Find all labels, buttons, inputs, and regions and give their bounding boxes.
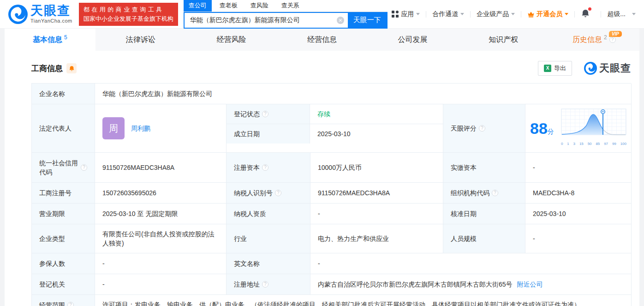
score-axis-ticks: 0131550859799100 [561,139,626,149]
watermark-logo: 天眼查 [584,61,631,75]
field-value-staff-size: - [525,224,632,253]
export-button[interactable]: X 导出 [538,61,572,76]
menu-vip-label: 开通会员 [537,10,562,18]
chevron-down-icon [632,13,636,15]
tab-basic-info-badge: 5 [64,34,67,41]
tab-history-info-label: 历史信息 [572,35,602,45]
tab-intellectual-property-label: 知识产权 [489,35,518,45]
field-value-reg-authority: - [95,274,227,295]
field-value-approval-date: 2025-03-10 [525,204,632,224]
menu-separator [470,11,471,18]
field-label-reg-authority: 登记机关 [32,274,95,295]
field-value-uscc: 91150726MAEDC3HA8A [95,153,227,183]
menu-apps[interactable]: 应用 [392,10,420,18]
tab-intellectual-property[interactable]: 知识产权 [458,29,549,51]
field-label-est-date: 成立日期 [227,124,310,144]
tab-legal-litigation-label: 法律诉讼 [126,35,155,45]
field-label-business-scope: 经营范围? [32,295,95,306]
page-body: 基本信息 5 法律诉讼 经营风险 经营信息 公司发展 知识产权 VIP 历史信息… [5,29,639,306]
search-tab-relation[interactable]: 查关系 [276,0,304,12]
score-distribution-chart: 0131550859799100 [561,108,626,149]
menu-separator [601,11,601,18]
menu-cooperation[interactable]: 合作通道 [432,10,464,18]
tab-legal-litigation[interactable]: 法律诉讼 [95,29,186,51]
search-button[interactable]: 天眼一下 [348,13,387,28]
help-icon[interactable]: ? [479,125,485,132]
field-value-business-term: 2025-03-10 至 无固定期限 [95,204,227,224]
tab-operation-info[interactable]: 经营信息 [277,29,368,51]
field-label-tianyan-score: 天眼评分? [443,104,525,153]
promo-banner: 都在用的商业查询工具 国家中小企业发展子基金旗下机构 [79,3,178,26]
tab-operation-risk[interactable]: 经营风险 [186,29,277,51]
business-info-table: 企业名称 华能（新巴尔虎左旗）新能源有限公司 法定代表人 周 周利鹏 登记状态?… [31,83,631,306]
field-value-insured-count: - [95,253,227,274]
field-label-taxpayer-quality: 纳税人资质 [227,204,310,224]
nearby-companies-link[interactable]: 附近公司 [517,280,543,289]
monitor-bell-button[interactable] [66,63,77,73]
field-label-uscc: 统一社会信用代码? [32,153,95,183]
tab-basic-info[interactable]: 基本信息 5 [5,29,95,51]
clear-icon[interactable]: ✕ [337,17,344,24]
menu-separator [521,11,521,18]
menu-open-vip[interactable]: 开通会员 [527,10,568,18]
field-label-legal-rep: 法定代表人 [32,104,95,153]
field-label-company-name: 企业名称 [32,84,95,104]
tab-history-info[interactable]: VIP 历史信息 2 ? [549,29,639,51]
field-value-industry: 电力、热力生产和供应业 [310,224,443,253]
search-tab-boss[interactable]: 查老板 [215,0,243,12]
menu-enterprise-products[interactable]: 企业级产品 [477,10,515,18]
tab-company-development[interactable]: 公司发展 [367,29,458,51]
legal-rep-link[interactable]: 周利鹏 [131,124,150,133]
help-icon[interactable]: ? [492,190,498,196]
tab-company-development-label: 公司发展 [398,35,428,45]
status-date-subtable: 登记状态? 存续 成立日期 2025-03-10 [227,104,443,153]
field-value-english-name: - [310,253,632,274]
tianyancha-logo[interactable]: 天眼查 TianYanCha.com [8,5,72,24]
chevron-down-icon [565,13,568,15]
vip-badge: VIP [609,31,622,37]
field-label-approval-date: 核准日期 [443,204,525,224]
menu-cooperation-label: 合作通道 [432,10,458,18]
logo-swirl-icon [584,62,597,75]
watermark-text: 天眼查 [599,61,631,75]
help-icon[interactable]: ? [275,190,281,196]
help-icon[interactable]: ? [67,302,74,306]
brand-name: 天眼查 [30,5,72,17]
field-label-reg-capital: 注册资本? [227,153,310,183]
field-label-org-code: 组织机构代码? [443,183,525,204]
field-label-paid-capital: 实缴资本 [443,153,525,183]
excel-icon: X [544,65,551,72]
menu-apps-label: 应用 [401,10,414,18]
help-icon[interactable]: ? [609,36,616,43]
field-value-company-type: 有限责任公司(非自然人投资或控股的法人独资) [95,224,227,253]
search-input[interactable] [185,13,337,28]
menu-separator [574,11,575,18]
help-icon[interactable]: ? [262,281,268,288]
help-icon[interactable]: ? [262,111,268,117]
field-label-english-name: 英文名称 [227,253,310,274]
search-tab-company[interactable]: 查公司 [184,0,212,12]
notification-bell[interactable] [581,9,590,20]
help-icon[interactable]: ? [262,164,268,171]
field-label-business-term: 营业期限 [32,204,95,224]
tab-basic-info-label: 基本信息 [33,35,62,45]
field-value-org-code: MAEDC3HA-8 [525,183,632,204]
legal-rep-avatar[interactable]: 周 [102,117,125,139]
tab-operation-risk-label: 经营风险 [216,35,246,45]
menu-separator [426,11,426,18]
field-value-taxpayer-quality: - [310,204,443,224]
search-box: 查公司 查老板 查风险 查关系 ✕ 天眼一下 [184,0,388,29]
chevron-down-icon [416,13,420,15]
help-icon[interactable]: ? [81,164,87,171]
menu-user-account[interactable]: 超级... [607,10,636,18]
field-value-company-name: 华能（新巴尔虎左旗）新能源有限公司 [95,84,632,104]
field-value-reg-number: 150726035695026 [95,183,227,204]
search-tabs: 查公司 查老板 查风险 查关系 [184,0,388,12]
field-label-staff-size: 人员规模 [443,224,525,253]
search-tab-risk[interactable]: 查风险 [245,0,274,12]
chevron-down-icon [511,13,515,15]
field-value-business-scope: 许可项目：发电业务、输电业务、供（配）电业务。（依法须经批准的项目，经相关部门批… [95,295,632,306]
apps-grid-icon [392,11,399,18]
tab-history-info-badge: 2 [604,34,607,41]
field-value-tianyan-score: 88分 [525,104,632,153]
